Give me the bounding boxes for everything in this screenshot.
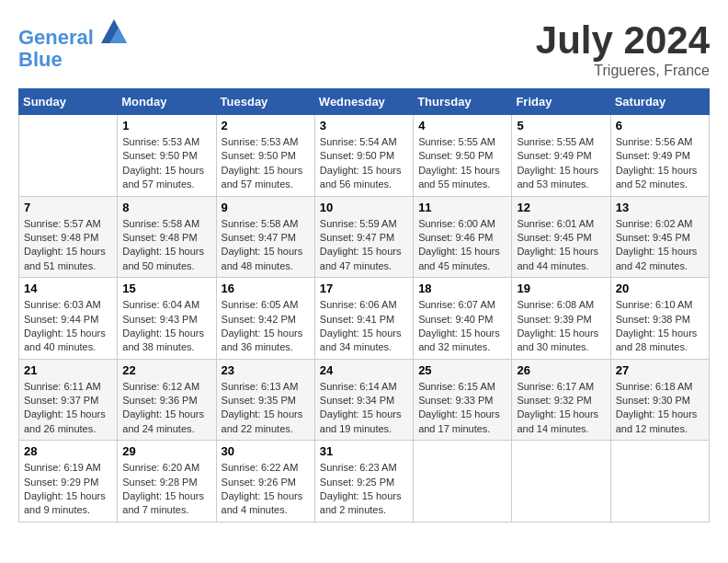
weekday-header-saturday: Saturday [610,89,709,115]
calendar-cell: 4Sunrise: 5:55 AM Sunset: 9:50 PM Daylig… [414,115,512,197]
day-info: Sunrise: 5:59 AM Sunset: 9:47 PM Dayligh… [320,217,408,274]
day-info: Sunrise: 6:02 AM Sunset: 9:45 PM Dayligh… [616,217,704,274]
calendar-cell [414,441,512,523]
logo-blue: Blue [18,49,127,71]
day-number: 30 [222,444,310,458]
day-number: 2 [222,119,310,132]
weekday-header-monday: Monday [118,89,216,115]
calendar-cell: 8Sunrise: 5:58 AM Sunset: 9:48 PM Daylig… [118,196,216,278]
day-number: 15 [122,282,210,295]
calendar-cell [19,115,118,197]
calendar-cell: 14Sunrise: 6:03 AM Sunset: 9:44 PM Dayli… [19,278,118,360]
week-row-3: 14Sunrise: 6:03 AM Sunset: 9:44 PM Dayli… [19,278,710,360]
day-info: Sunrise: 6:15 AM Sunset: 9:33 PM Dayligh… [418,380,506,437]
calendar-cell: 12Sunrise: 6:01 AM Sunset: 9:45 PM Dayli… [512,196,610,278]
calendar-cell: 1Sunrise: 5:53 AM Sunset: 9:50 PM Daylig… [118,115,216,197]
calendar-cell: 22Sunrise: 6:12 AM Sunset: 9:36 PM Dayli… [118,359,216,441]
day-number: 14 [24,282,112,295]
calendar-cell: 19Sunrise: 6:08 AM Sunset: 9:39 PM Dayli… [512,278,610,360]
weekday-header-sunday: Sunday [19,89,118,115]
calendar-cell [610,441,709,523]
day-info: Sunrise: 6:22 AM Sunset: 9:26 PM Dayligh… [222,461,310,518]
day-info: Sunrise: 5:56 AM Sunset: 9:49 PM Dayligh… [616,135,704,192]
day-number: 4 [418,119,506,132]
day-number: 7 [24,201,112,214]
day-number: 26 [517,363,605,377]
day-number: 25 [418,363,506,377]
day-info: Sunrise: 6:08 AM Sunset: 9:39 PM Dayligh… [517,298,605,355]
day-info: Sunrise: 6:05 AM Sunset: 9:42 PM Dayligh… [222,298,310,355]
day-info: Sunrise: 5:55 AM Sunset: 9:50 PM Dayligh… [418,135,506,192]
day-info: Sunrise: 6:19 AM Sunset: 9:29 PM Dayligh… [24,461,112,518]
day-number: 16 [222,282,310,295]
day-number: 17 [320,282,408,295]
day-number: 29 [122,444,210,458]
calendar-cell: 6Sunrise: 5:56 AM Sunset: 9:49 PM Daylig… [610,115,709,197]
day-number: 6 [616,119,704,132]
calendar-cell: 26Sunrise: 6:17 AM Sunset: 9:32 PM Dayli… [512,359,610,441]
day-number: 10 [320,201,408,214]
day-info: Sunrise: 6:07 AM Sunset: 9:40 PM Dayligh… [418,298,506,355]
day-info: Sunrise: 6:10 AM Sunset: 9:38 PM Dayligh… [616,298,704,355]
calendar-cell [512,441,610,523]
calendar-cell: 9Sunrise: 5:58 AM Sunset: 9:47 PM Daylig… [216,196,314,278]
logo: General Blue [18,18,127,71]
day-info: Sunrise: 6:14 AM Sunset: 9:34 PM Dayligh… [320,380,408,437]
day-number: 5 [517,119,605,132]
day-number: 22 [122,363,210,377]
week-row-1: 1Sunrise: 5:53 AM Sunset: 9:50 PM Daylig… [19,115,710,197]
calendar-cell: 27Sunrise: 6:18 AM Sunset: 9:30 PM Dayli… [610,359,709,441]
day-number: 18 [418,282,506,295]
calendar-cell: 11Sunrise: 6:00 AM Sunset: 9:46 PM Dayli… [414,196,512,278]
day-info: Sunrise: 5:53 AM Sunset: 9:50 PM Dayligh… [122,135,210,192]
calendar-cell: 31Sunrise: 6:23 AM Sunset: 9:25 PM Dayli… [314,441,413,523]
title-area: July 2024 Trigueres, France [536,18,710,79]
calendar-cell: 13Sunrise: 6:02 AM Sunset: 9:45 PM Dayli… [610,196,709,278]
day-info: Sunrise: 6:01 AM Sunset: 9:45 PM Dayligh… [517,217,605,274]
day-number: 28 [24,444,112,458]
day-info: Sunrise: 5:55 AM Sunset: 9:49 PM Dayligh… [517,135,605,192]
weekday-header-friday: Friday [512,89,610,115]
calendar-cell: 10Sunrise: 5:59 AM Sunset: 9:47 PM Dayli… [314,196,413,278]
weekday-header-thursday: Thursday [414,89,512,115]
day-info: Sunrise: 6:00 AM Sunset: 9:46 PM Dayligh… [418,217,506,274]
day-number: 13 [616,201,704,214]
calendar-cell: 7Sunrise: 5:57 AM Sunset: 9:48 PM Daylig… [19,196,118,278]
day-number: 31 [320,444,408,458]
day-info: Sunrise: 6:20 AM Sunset: 9:28 PM Dayligh… [122,461,210,518]
day-info: Sunrise: 6:18 AM Sunset: 9:30 PM Dayligh… [616,380,704,437]
day-number: 23 [222,363,310,377]
day-number: 9 [222,201,310,214]
calendar-cell: 3Sunrise: 5:54 AM Sunset: 9:50 PM Daylig… [314,115,413,197]
day-number: 27 [616,363,704,377]
week-row-4: 21Sunrise: 6:11 AM Sunset: 9:37 PM Dayli… [19,359,710,441]
calendar-cell: 16Sunrise: 6:05 AM Sunset: 9:42 PM Dayli… [216,278,314,360]
calendar-cell: 23Sunrise: 6:13 AM Sunset: 9:35 PM Dayli… [216,359,314,441]
day-number: 21 [24,363,112,377]
day-number: 19 [517,282,605,295]
day-number: 20 [616,282,704,295]
day-info: Sunrise: 6:12 AM Sunset: 9:36 PM Dayligh… [122,380,210,437]
week-row-5: 28Sunrise: 6:19 AM Sunset: 9:29 PM Dayli… [19,441,710,523]
calendar-cell: 15Sunrise: 6:04 AM Sunset: 9:43 PM Dayli… [118,278,216,360]
day-number: 8 [122,201,210,214]
weekday-header-tuesday: Tuesday [216,89,314,115]
calendar-cell: 20Sunrise: 6:10 AM Sunset: 9:38 PM Dayli… [610,278,709,360]
day-number: 1 [122,119,210,132]
day-info: Sunrise: 6:23 AM Sunset: 9:25 PM Dayligh… [320,461,408,518]
logo-icon [101,18,127,44]
calendar-cell: 2Sunrise: 5:53 AM Sunset: 9:50 PM Daylig… [216,115,314,197]
day-info: Sunrise: 6:04 AM Sunset: 9:43 PM Dayligh… [122,298,210,355]
day-info: Sunrise: 5:54 AM Sunset: 9:50 PM Dayligh… [320,135,408,192]
calendar-cell: 17Sunrise: 6:06 AM Sunset: 9:41 PM Dayli… [314,278,413,360]
day-info: Sunrise: 6:11 AM Sunset: 9:37 PM Dayligh… [24,380,112,437]
day-number: 3 [320,119,408,132]
location: Trigueres, France [536,63,710,79]
day-info: Sunrise: 6:17 AM Sunset: 9:32 PM Dayligh… [517,380,605,437]
day-info: Sunrise: 6:03 AM Sunset: 9:44 PM Dayligh… [24,298,112,355]
day-number: 12 [517,201,605,214]
day-info: Sunrise: 5:58 AM Sunset: 9:47 PM Dayligh… [222,217,310,274]
week-row-2: 7Sunrise: 5:57 AM Sunset: 9:48 PM Daylig… [19,196,710,278]
calendar-cell: 18Sunrise: 6:07 AM Sunset: 9:40 PM Dayli… [414,278,512,360]
day-info: Sunrise: 5:53 AM Sunset: 9:50 PM Dayligh… [222,135,310,192]
